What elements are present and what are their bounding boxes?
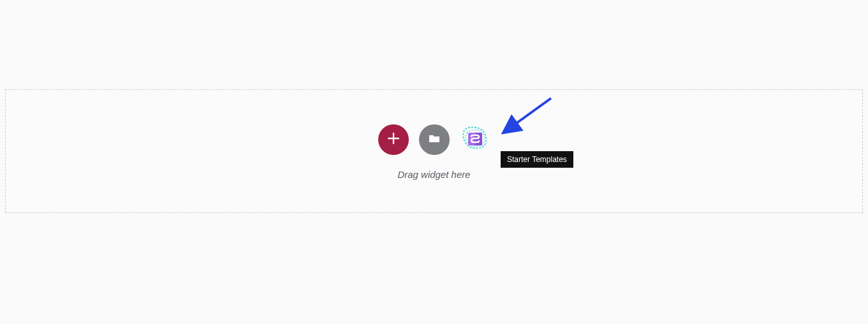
folder-icon bbox=[428, 132, 441, 147]
widget-drop-zone[interactable]: Drag widget here bbox=[5, 89, 863, 213]
starter-templates-icon bbox=[460, 124, 490, 156]
plus-icon bbox=[388, 133, 399, 147]
action-button-row bbox=[378, 124, 490, 155]
starter-templates-tooltip: Starter Templates bbox=[501, 151, 573, 168]
tooltip-text: Starter Templates bbox=[507, 155, 567, 164]
browse-folder-button[interactable] bbox=[419, 124, 450, 155]
starter-templates-button[interactable] bbox=[460, 124, 490, 155]
drag-hint-text: Drag widget here bbox=[397, 169, 470, 180]
add-widget-button[interactable] bbox=[378, 124, 409, 155]
